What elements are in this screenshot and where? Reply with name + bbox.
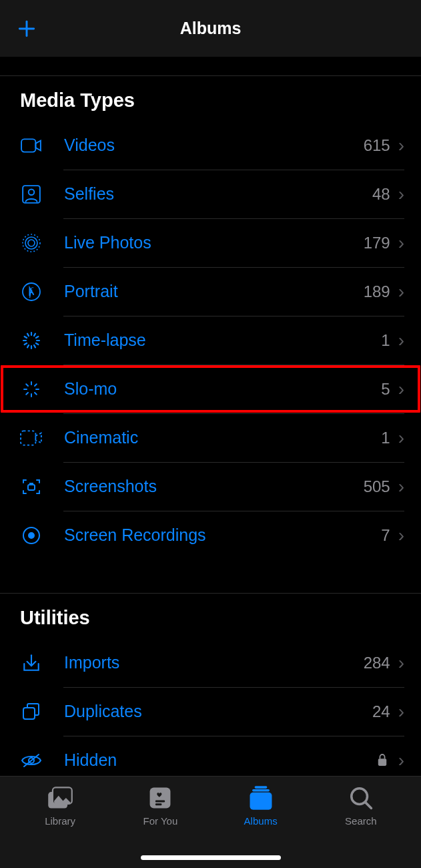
chevron-right-icon: › xyxy=(398,654,404,672)
item-label: Screen Recordings xyxy=(64,525,381,545)
media-types-header: Media Types xyxy=(0,76,421,121)
item-count: 284 xyxy=(364,654,390,672)
item-count: 1 xyxy=(381,429,390,447)
svg-line-12 xyxy=(36,337,39,338)
list-item-videos[interactable]: Videos 615 › xyxy=(0,121,421,170)
item-label: Selfies xyxy=(64,184,372,204)
item-count: 48 xyxy=(372,185,390,204)
svg-rect-45 xyxy=(250,793,272,810)
svg-rect-34 xyxy=(23,708,35,719)
tab-search[interactable]: Search xyxy=(321,785,401,827)
svg-line-20 xyxy=(25,337,27,338)
for-you-icon xyxy=(147,785,173,811)
video-icon xyxy=(20,134,43,157)
item-label: Hidden xyxy=(64,750,377,770)
item-count: 189 xyxy=(364,282,390,301)
svg-line-15 xyxy=(34,345,35,347)
chevron-right-icon: › xyxy=(398,380,404,399)
media-types-list: Videos 615 › Selfies 48 › Live Photos 17… xyxy=(0,121,421,560)
hidden-icon xyxy=(20,749,43,772)
item-label: Videos xyxy=(64,136,364,155)
list-item-slomo[interactable]: Slo-mo 5 › xyxy=(0,365,421,413)
svg-rect-43 xyxy=(254,786,267,789)
item-count: 5 xyxy=(381,380,390,399)
item-count: 179 xyxy=(364,234,390,252)
svg-rect-37 xyxy=(378,758,386,766)
item-count: 1 xyxy=(381,331,390,350)
home-indicator[interactable] xyxy=(141,855,281,860)
svg-line-23 xyxy=(35,384,37,386)
chevron-right-icon: › xyxy=(398,331,404,350)
nav-bar: Albums xyxy=(0,0,421,57)
add-album-button[interactable] xyxy=(13,15,40,42)
item-label: Slo-mo xyxy=(64,379,381,399)
list-item-timelapse[interactable]: Time-lapse 1 › xyxy=(0,316,421,365)
content: Media Types Videos 615 › Selfies 48 › Li… xyxy=(0,75,421,785)
svg-text:f: f xyxy=(29,286,34,298)
tab-label: Search xyxy=(345,815,377,827)
page-title: Albums xyxy=(180,19,242,38)
item-label: Screenshots xyxy=(64,477,364,496)
svg-point-6 xyxy=(25,237,37,249)
item-label: Imports xyxy=(64,653,364,672)
list-item-portrait[interactable]: f Portrait 189 › xyxy=(0,267,421,316)
chevron-right-icon: › xyxy=(398,702,404,721)
tab-label: Library xyxy=(45,815,75,827)
list-item-selfies[interactable]: Selfies 48 › xyxy=(0,170,421,218)
search-icon xyxy=(348,785,374,811)
svg-point-5 xyxy=(28,240,35,246)
list-item-cinematic[interactable]: Cinematic 1 › xyxy=(0,413,421,462)
svg-point-33 xyxy=(29,533,34,538)
svg-rect-44 xyxy=(252,789,270,792)
chevron-right-icon: › xyxy=(398,477,404,496)
item-label: Duplicates xyxy=(64,702,372,721)
svg-line-17 xyxy=(27,345,29,347)
tab-library[interactable]: Library xyxy=(20,785,100,827)
tab-albums[interactable]: Albums xyxy=(221,785,301,827)
screen-recordings-icon xyxy=(20,524,43,547)
svg-line-21 xyxy=(27,333,29,336)
svg-line-11 xyxy=(34,333,35,336)
chevron-right-icon: › xyxy=(398,429,404,447)
item-count: 24 xyxy=(372,702,390,721)
svg-line-25 xyxy=(35,393,37,395)
imports-icon xyxy=(20,652,43,674)
chevron-right-icon: › xyxy=(398,282,404,301)
chevron-right-icon: › xyxy=(398,185,404,204)
utilities-list: Imports 284 › Duplicates 24 › Hidden › xyxy=(0,638,421,785)
item-label: Time-lapse xyxy=(64,331,381,350)
svg-line-14 xyxy=(36,343,39,345)
svg-rect-2 xyxy=(21,139,35,152)
svg-rect-30 xyxy=(21,431,35,445)
list-item-screen-recordings[interactable]: Screen Recordings 7 › xyxy=(0,511,421,560)
tab-label: For You xyxy=(143,815,178,827)
duplicates-icon xyxy=(20,700,43,723)
cinematic-icon xyxy=(20,427,43,449)
item-label: Cinematic xyxy=(64,428,381,447)
list-item-screenshots[interactable]: Screenshots 505 › xyxy=(0,462,421,511)
svg-line-27 xyxy=(26,393,28,395)
chevron-right-icon: › xyxy=(398,234,404,252)
selfies-icon xyxy=(20,183,43,206)
portrait-icon: f xyxy=(20,280,43,303)
list-item-imports[interactable]: Imports 284 › xyxy=(0,638,421,687)
list-item-live-photos[interactable]: Live Photos 179 › xyxy=(0,218,421,267)
item-count: 7 xyxy=(381,526,390,545)
chevron-right-icon: › xyxy=(398,526,404,545)
item-label: Portrait xyxy=(64,282,364,301)
svg-point-4 xyxy=(29,189,35,195)
svg-rect-3 xyxy=(23,186,40,203)
library-icon xyxy=(47,785,73,811)
chevron-right-icon: › xyxy=(398,751,404,770)
svg-line-29 xyxy=(26,384,28,386)
list-item-duplicates[interactable]: Duplicates 24 › xyxy=(0,687,421,736)
item-label: Live Photos xyxy=(64,233,364,252)
lock-icon xyxy=(377,753,389,768)
screenshots-icon xyxy=(20,475,43,498)
svg-rect-42 xyxy=(155,803,162,805)
utilities-header: Utilities xyxy=(0,594,421,638)
tab-for-you[interactable]: For You xyxy=(120,785,200,827)
svg-rect-41 xyxy=(155,801,165,803)
svg-line-18 xyxy=(25,343,27,345)
item-count: 505 xyxy=(364,477,390,496)
